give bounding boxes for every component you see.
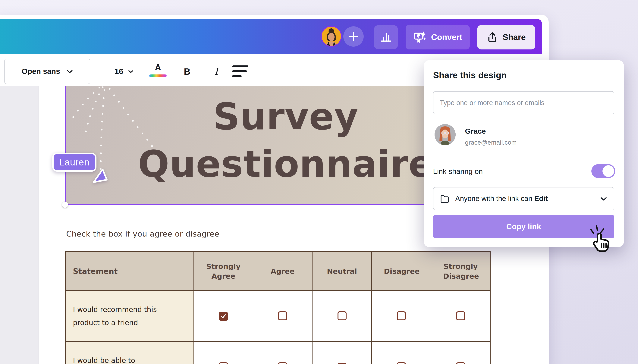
table-row: I would be able to recognise this brand … bbox=[66, 342, 490, 364]
convert-button[interactable]: Convert bbox=[406, 25, 470, 50]
table-header-row: StatementStrongly AgreeAgreeNeutralDisag… bbox=[66, 252, 490, 291]
collaborator-name: Lauren bbox=[59, 157, 90, 168]
contact-name: Grace bbox=[465, 127, 486, 135]
column-header: Neutral bbox=[312, 252, 372, 291]
checkbox[interactable] bbox=[456, 362, 465, 364]
chevron-down-icon bbox=[600, 196, 607, 201]
font-size-select[interactable]: 16 bbox=[108, 62, 140, 81]
workspace-left-rail bbox=[0, 86, 38, 364]
checkbox[interactable] bbox=[278, 311, 287, 320]
bold-button[interactable]: B bbox=[180, 62, 194, 81]
checkbox[interactable] bbox=[278, 362, 287, 364]
font-size-value: 16 bbox=[114, 67, 123, 76]
align-left-icon bbox=[232, 66, 249, 78]
column-header: Strongly Agree bbox=[194, 252, 253, 291]
text-align-button[interactable] bbox=[232, 66, 249, 78]
rating-cell bbox=[431, 342, 490, 364]
column-header: Disagree bbox=[372, 252, 431, 291]
plus-icon bbox=[348, 31, 359, 42]
permission-value: Edit bbox=[534, 194, 548, 202]
magic-presentation-icon bbox=[413, 30, 426, 44]
statement-cell: I would be able to recognise this brand … bbox=[66, 342, 194, 364]
font-family-select[interactable]: Open sans bbox=[4, 59, 90, 84]
rating-cell bbox=[372, 291, 431, 342]
rating-cell bbox=[194, 291, 253, 342]
chevron-down-icon bbox=[66, 70, 73, 74]
toggle-knob bbox=[602, 165, 614, 177]
column-header: Strongly Disagree bbox=[431, 252, 490, 291]
desktop: Convert Share Open sans 16 bbox=[0, 0, 638, 364]
rainbow-underline bbox=[149, 74, 166, 77]
italic-button[interactable]: I bbox=[210, 62, 223, 81]
contact-photo bbox=[434, 124, 456, 145]
copy-link-button[interactable]: Copy link bbox=[433, 215, 614, 238]
rating-cell bbox=[312, 291, 372, 342]
add-collaborator-button[interactable] bbox=[343, 26, 364, 47]
collaborator-cursor-label: Lauren bbox=[52, 153, 96, 172]
text-color-button[interactable]: A bbox=[148, 61, 167, 82]
dialog-divider bbox=[433, 159, 614, 159]
table-row: I would recommend this product to a frie… bbox=[66, 291, 490, 342]
rating-cell bbox=[253, 291, 312, 342]
permission-text: Anyone with the link can Edit bbox=[455, 194, 594, 203]
text-color-icon: A bbox=[155, 61, 161, 73]
selection-resize-handle[interactable] bbox=[62, 202, 68, 208]
convert-label: Convert bbox=[431, 32, 462, 42]
folder-icon bbox=[440, 194, 449, 203]
rating-cell bbox=[253, 342, 312, 364]
bar-chart-icon bbox=[380, 31, 392, 44]
share-dialog: Share this design Grace grace@email.com … bbox=[424, 60, 624, 247]
chevron-down-icon bbox=[128, 70, 134, 73]
link-sharing-label: Link sharing on bbox=[433, 167, 483, 176]
share-button[interactable]: Share bbox=[477, 25, 535, 50]
survey-table: StatementStrongly AgreeAgreeNeutralDisag… bbox=[65, 251, 490, 364]
column-header: Agree bbox=[253, 252, 312, 291]
rating-cell bbox=[194, 342, 253, 364]
avatar[interactable] bbox=[321, 26, 342, 47]
contact-avatar[interactable] bbox=[434, 124, 456, 145]
share-recipients-input[interactable] bbox=[433, 91, 614, 114]
rating-cell bbox=[431, 291, 490, 342]
link-sharing-toggle[interactable] bbox=[591, 164, 615, 178]
contact-email: grace@email.com bbox=[465, 139, 517, 146]
checkbox[interactable] bbox=[397, 362, 406, 364]
rating-cell bbox=[372, 342, 431, 364]
statement-cell: I would recommend this product to a frie… bbox=[66, 291, 194, 342]
font-family-value: Open sans bbox=[22, 67, 60, 76]
link-permission-select[interactable]: Anyone with the link can Edit bbox=[433, 187, 614, 210]
checkbox[interactable] bbox=[219, 362, 228, 364]
insights-button[interactable] bbox=[374, 25, 398, 49]
checkbox[interactable] bbox=[338, 311, 346, 320]
user-photo bbox=[322, 27, 341, 46]
permission-prefix: Anyone with the link can bbox=[455, 194, 532, 202]
checkmark-icon bbox=[220, 313, 226, 320]
checkbox[interactable] bbox=[397, 311, 406, 320]
column-header: Statement bbox=[66, 252, 194, 291]
checkbox-checked[interactable] bbox=[338, 363, 346, 364]
collaborator-cursor-icon bbox=[92, 168, 109, 185]
survey-instruction: Check the box if you agree or disagree bbox=[66, 230, 220, 238]
top-app-bar: Convert Share bbox=[0, 19, 542, 54]
checkbox-checked[interactable] bbox=[219, 312, 228, 321]
rating-cell bbox=[312, 342, 372, 364]
click-cursor-icon bbox=[589, 224, 617, 254]
checkbox[interactable] bbox=[456, 311, 465, 320]
share-label: Share bbox=[502, 32, 526, 42]
share-dialog-title: Share this design bbox=[433, 70, 507, 80]
export-icon bbox=[487, 32, 498, 43]
